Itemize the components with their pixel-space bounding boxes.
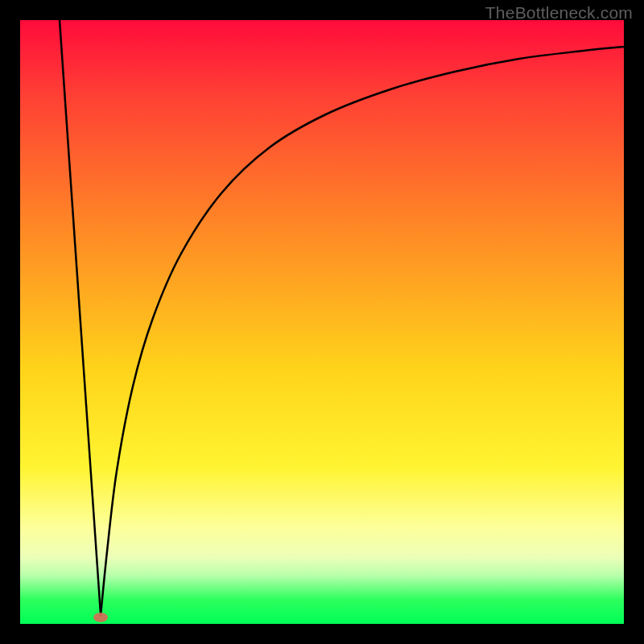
plot-area [20, 20, 624, 624]
bottleneck-curve-right [101, 47, 624, 616]
bottleneck-curve-left [60, 20, 101, 614]
attribution-text: TheBottleneck.com [485, 3, 633, 23]
curve-layer [20, 20, 624, 624]
chart-frame: TheBottleneck.com [0, 0, 644, 644]
cusp-marker [93, 613, 108, 622]
